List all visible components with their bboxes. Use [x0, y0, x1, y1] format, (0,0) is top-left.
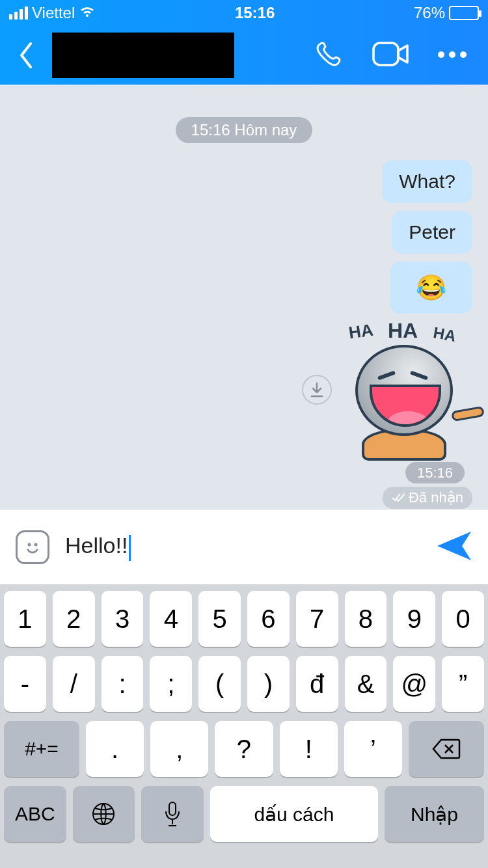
message-time: 15:16	[405, 462, 465, 483]
key-backspace[interactable]	[409, 721, 484, 777]
key-globe[interactable]	[73, 786, 135, 842]
key-apostrophe[interactable]: ’	[344, 721, 402, 777]
key-0[interactable]: 0	[442, 591, 484, 647]
chat-title-redacted[interactable]	[52, 33, 234, 78]
message-row: Peter	[0, 207, 488, 258]
key-question[interactable]: ?	[215, 721, 273, 777]
message-bubble[interactable]: What?	[382, 160, 472, 203]
delivery-row: Đã nhận	[0, 484, 488, 509]
message-row: 😂	[0, 258, 488, 318]
key-4[interactable]: 4	[150, 591, 192, 647]
voice-call-button[interactable]	[314, 38, 346, 73]
message-input-bar: Hello!!	[0, 509, 488, 584]
battery-pct-label: 76%	[414, 4, 445, 22]
key-char[interactable]: @	[393, 656, 435, 712]
text-cursor	[129, 535, 131, 561]
key-char[interactable]: đ	[296, 656, 338, 712]
video-call-button[interactable]	[372, 40, 410, 70]
message-bubble-emoji[interactable]: 😂	[390, 262, 472, 314]
key-period[interactable]: .	[86, 721, 144, 777]
globe-icon	[91, 802, 116, 826]
svg-point-4	[28, 543, 31, 546]
key-7[interactable]: 7	[296, 591, 338, 647]
sticker-haha[interactable]: HA HA HA	[342, 321, 472, 458]
svg-rect-7	[169, 802, 176, 815]
key-char[interactable]: :	[102, 656, 144, 712]
svg-rect-0	[373, 43, 398, 65]
key-char[interactable]: ;	[150, 656, 192, 712]
key-exclaim[interactable]: !	[280, 721, 338, 777]
double-check-icon	[392, 493, 405, 502]
message-row: What?	[0, 156, 488, 207]
key-char[interactable]: (	[198, 656, 241, 712]
svg-point-1	[438, 51, 444, 58]
key-abc[interactable]: ABC	[4, 786, 66, 842]
key-char[interactable]: /	[53, 656, 95, 712]
status-time: 15:16	[96, 4, 414, 22]
key-char[interactable]: -	[4, 656, 46, 712]
send-button[interactable]	[436, 530, 472, 564]
key-2[interactable]: 2	[53, 591, 95, 647]
signal-icon	[9, 7, 28, 20]
carrier-label: Viettel	[32, 4, 75, 22]
svg-point-5	[34, 543, 38, 546]
svg-point-3	[460, 51, 467, 58]
more-button[interactable]	[436, 49, 468, 61]
key-char[interactable]: &	[345, 656, 387, 712]
message-time-row: 15:16	[0, 462, 488, 484]
status-bar: Viettel 15:16 76%	[0, 0, 488, 26]
status-right: 76%	[414, 4, 479, 22]
key-char[interactable]: ”	[442, 656, 484, 712]
key-char[interactable]: )	[247, 656, 290, 712]
back-button[interactable]	[7, 41, 46, 70]
status-left: Viettel	[9, 4, 96, 22]
wifi-icon	[79, 4, 96, 22]
key-comma[interactable]: ,	[150, 721, 208, 777]
sticker-picker-button[interactable]	[16, 530, 49, 564]
key-1[interactable]: 1	[4, 591, 46, 647]
key-8[interactable]: 8	[345, 591, 387, 647]
svg-point-2	[449, 51, 455, 58]
nav-bar	[0, 26, 488, 85]
microphone-icon	[164, 801, 181, 827]
chat-timestamp: 15:16 Hôm nay	[176, 117, 313, 143]
key-space[interactable]: dấu cách	[210, 786, 378, 842]
message-bubble[interactable]: Peter	[392, 211, 472, 254]
chat-area[interactable]: 15:16 Hôm nay What? Peter 😂 HA HA HA 15:…	[0, 85, 488, 509]
key-dictation[interactable]	[141, 786, 204, 842]
key-symbols[interactable]: #+=	[4, 721, 79, 777]
key-9[interactable]: 9	[393, 591, 435, 647]
delivery-status: Đã nhận	[383, 487, 472, 509]
backspace-icon	[432, 739, 461, 759]
key-enter[interactable]: Nhập	[385, 786, 484, 842]
message-input[interactable]: Hello!!	[65, 533, 420, 560]
download-sticker-button[interactable]	[302, 375, 332, 405]
key-6[interactable]: 6	[247, 591, 290, 647]
key-5[interactable]: 5	[198, 591, 241, 647]
battery-icon	[449, 6, 479, 20]
keyboard: 1234567890 -/:;()đ&@” #+= . , ? ! ’ ABC …	[0, 584, 488, 868]
key-3[interactable]: 3	[102, 591, 144, 647]
sticker-row: HA HA HA	[0, 318, 488, 462]
